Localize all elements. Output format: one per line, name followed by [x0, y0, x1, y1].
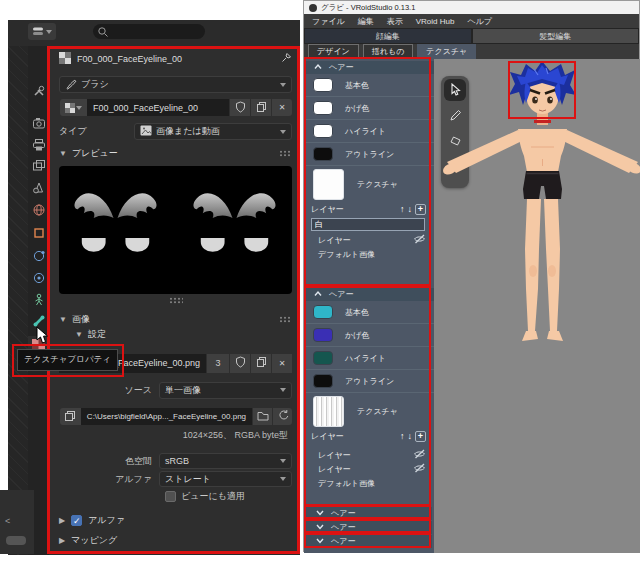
shade-color-swatch[interactable] [313, 101, 333, 115]
scene-tab[interactable] [28, 179, 49, 199]
layer-add-button[interactable]: + [415, 204, 426, 215]
eye-off-icon[interactable] [413, 449, 426, 461]
outline-color-swatch[interactable] [313, 374, 333, 388]
users-count-button[interactable]: 3 [207, 354, 229, 373]
highlight-color-swatch[interactable] [313, 351, 333, 365]
editor-type-button[interactable] [28, 23, 56, 40]
default-image-item[interactable]: デフォルト画像 [304, 247, 434, 261]
layer-item[interactable]: レイヤー [304, 233, 434, 247]
tab-face-edit[interactable]: 顔編集 [304, 28, 472, 44]
layer-item[interactable]: レイヤー [304, 462, 434, 476]
highlight-color-swatch[interactable] [313, 124, 333, 138]
image-source-icon-button[interactable] [60, 408, 81, 425]
base-color-swatch[interactable] [313, 305, 333, 319]
layer-add-button[interactable]: + [415, 431, 426, 442]
alpha-section-header[interactable]: ▶ ✓ アルファ [59, 512, 292, 528]
drag-grip-icon[interactable] [279, 150, 292, 157]
base-color-swatch[interactable] [313, 78, 333, 92]
hair-section-header[interactable]: ヘアー [304, 288, 434, 301]
layer-up-button[interactable]: ↑ [400, 431, 405, 441]
pencil-tool-button[interactable] [444, 105, 466, 127]
eye-off-icon[interactable] [413, 463, 426, 475]
eye-off-icon[interactable] [413, 234, 426, 246]
color-row-outline[interactable]: アウトライン [304, 143, 434, 166]
alpha-section-checkbox[interactable]: ✓ [71, 515, 82, 526]
brush-context-dropdown[interactable]: ブラシ [59, 76, 292, 93]
preview-section-header[interactable]: ▼ プレビュー [59, 146, 292, 161]
type-dropdown[interactable]: 画像または動画 [134, 123, 292, 140]
world-tab[interactable] [28, 201, 49, 221]
image-section-header[interactable]: ▼ 画像 [59, 312, 292, 327]
output-tab[interactable] [28, 136, 49, 156]
subtab-texture[interactable]: テクスチャ [417, 44, 476, 59]
colorspace-dropdown[interactable]: sRGB [159, 453, 292, 469]
physics-tab[interactable] [28, 247, 49, 267]
new-image-button[interactable] [251, 354, 271, 373]
window-title: グラビ - VRoidStudio 0.13.1 [321, 3, 415, 13]
render-tab[interactable] [28, 114, 49, 134]
texture-thumbnail[interactable] [313, 169, 344, 200]
new-copy-button[interactable] [251, 99, 271, 116]
menu-vroid-hub[interactable]: VRoid Hub [416, 17, 455, 26]
settings-subsection-header[interactable]: ▼ 設定 [59, 327, 292, 341]
color-row-highlight[interactable]: ハイライト [304, 120, 434, 143]
color-row-shade[interactable]: かげ色 [304, 97, 434, 120]
default-image-item[interactable]: デフォルト画像 [304, 476, 434, 490]
subtab-design[interactable]: デザイン [308, 44, 359, 59]
layer-up-button[interactable]: ↑ [400, 204, 405, 214]
collapse-left-icon[interactable]: < [5, 516, 10, 526]
select-tool-button[interactable] [444, 79, 466, 101]
unlink-button[interactable]: ✕ [272, 354, 292, 373]
apply-view-checkbox[interactable] [165, 491, 176, 502]
eraser-tool-button[interactable] [444, 131, 466, 153]
resize-handle[interactable] [6, 536, 26, 545]
tool-tab[interactable] [28, 82, 49, 102]
fake-user-button[interactable] [230, 99, 250, 116]
object-tab[interactable] [28, 224, 49, 244]
menu-edit[interactable]: 編集 [358, 16, 374, 27]
open-file-button[interactable] [253, 408, 272, 425]
texture-browse-button[interactable] [60, 99, 87, 116]
layer-name-input[interactable] [311, 218, 425, 231]
menu-view[interactable]: 表示 [387, 16, 403, 27]
search-input[interactable] [111, 24, 201, 39]
subtab-sway[interactable]: 揺れもの [363, 44, 414, 59]
alpha-mode-dropdown[interactable]: ストレート [159, 471, 292, 487]
unlink-button[interactable]: ✕ [272, 99, 292, 116]
brush-icon [449, 161, 462, 175]
menu-file[interactable]: ファイル [312, 16, 345, 27]
color-row-base[interactable]: 基本色 [304, 74, 434, 97]
drag-grip-icon[interactable] [279, 316, 292, 323]
tab-hairstyle-edit[interactable]: 髪型編集 [472, 28, 640, 44]
armature-tab[interactable] [28, 291, 49, 311]
color-row-highlight[interactable]: ハイライト [304, 347, 434, 370]
preview-section-label: プレビュー [72, 147, 118, 160]
texture-name-field[interactable]: F00_000_FaceEyeline_00 [87, 99, 229, 116]
collapsed-hair-section-3[interactable]: ヘアー [306, 535, 432, 548]
filepath-field[interactable]: C:\Users\bigfield\App..._FaceEyeline_00.… [81, 408, 252, 425]
colorspace-value: sRGB [165, 456, 276, 466]
collapsed-hair-section-2[interactable]: ヘアー [306, 521, 432, 534]
shield-icon [235, 101, 246, 115]
hair-section-header[interactable]: ヘアー [304, 61, 434, 74]
color-row-base[interactable]: 基本色 [304, 301, 434, 324]
layer-item[interactable]: レイヤー [304, 448, 434, 462]
outline-color-swatch[interactable] [313, 147, 333, 161]
layer-down-button[interactable]: ↓ [408, 431, 413, 441]
color-row-shade[interactable]: かげ色 [304, 324, 434, 347]
preview-resize-grip[interactable] [169, 297, 183, 304]
source-dropdown[interactable]: 単一画像 [159, 382, 292, 399]
pin-icon[interactable] [280, 52, 292, 66]
mapping-section-header[interactable]: ▶ マッピング [59, 532, 292, 548]
view-layer-tab[interactable] [28, 157, 49, 177]
fake-user-button[interactable] [230, 354, 250, 373]
menu-help[interactable]: ヘルプ [467, 16, 492, 27]
texture-thumbnail[interactable] [313, 396, 344, 427]
color-row-outline[interactable]: アウトライン [304, 370, 434, 393]
reload-button[interactable] [273, 408, 292, 425]
collapsed-hair-section-1[interactable]: ヘアー [306, 507, 432, 520]
layer-down-button[interactable]: ↓ [408, 204, 413, 214]
shade-color-swatch[interactable] [313, 328, 333, 342]
particles-tab[interactable] [28, 269, 49, 289]
brush-tool-button[interactable] [444, 157, 466, 179]
